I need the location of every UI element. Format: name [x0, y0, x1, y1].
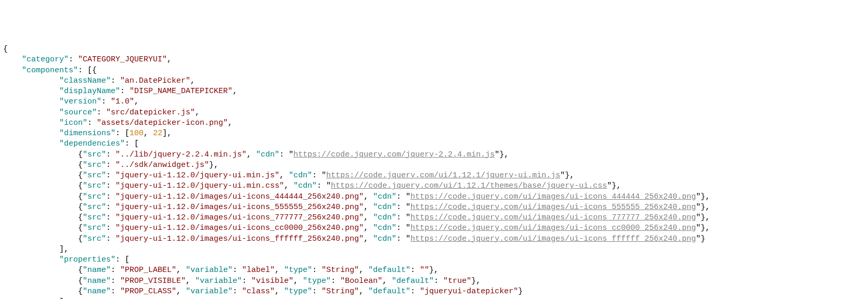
json-code-block: { "category": "CATEGORY_JQUERYUI", "comp…: [3, 44, 865, 299]
